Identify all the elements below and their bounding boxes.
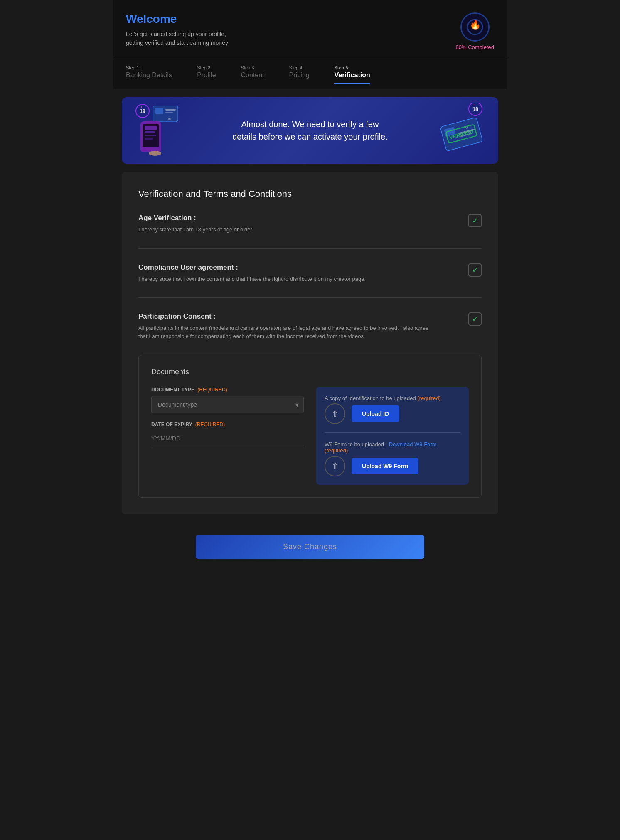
date-required: (required) (195, 422, 225, 427)
upload-id-row: ⇧ Upload ID (325, 403, 460, 424)
compliance-checkbox[interactable]: ✓ (468, 263, 482, 277)
doc-left-column: DOCUMENT TYPE (required) Document type P… (151, 387, 304, 485)
banner-right-illustration: 18 + ID VERIFIED (436, 103, 490, 158)
svg-rect-14 (145, 135, 156, 136)
upload-w9-arrow-icon: ⇧ (332, 461, 339, 471)
step-2-name: Profile (197, 71, 216, 79)
step-1-label: Step 1: (126, 65, 172, 70)
documents-section: Documents DOCUMENT TYPE (required) Docum… (138, 355, 482, 498)
participation-checkbox[interactable]: ✓ (468, 312, 482, 326)
step-verification[interactable]: Step 5: Verification (334, 65, 370, 89)
flame-icon: 🔥 (467, 19, 483, 35)
welcome-section: Welcome Let's get started setting up you… (126, 12, 228, 47)
download-w9-link[interactable]: Download W9 Form (389, 441, 437, 447)
divider-1 (138, 248, 482, 249)
step-1-name: Banking Details (126, 71, 172, 79)
banner-left-illustration: 18 + ID (132, 103, 182, 158)
step-5-name: Verification (334, 71, 370, 84)
compliance-item: Compliance User agreement : I hereby sta… (138, 263, 482, 283)
step-3-name: Content (241, 71, 264, 79)
upload-id-icon: ⇧ (325, 403, 345, 424)
step-3-label: Step 3: (241, 65, 264, 70)
svg-rect-12 (145, 126, 157, 130)
doc-right-column: A copy of Identification to be uploaded … (316, 387, 469, 485)
svg-text:🔥: 🔥 (469, 19, 481, 30)
svg-text:+: + (473, 103, 475, 107)
save-changes-button[interactable]: Save Changes (196, 535, 424, 559)
step-profile[interactable]: Step 2: Profile (197, 65, 216, 89)
main-content: Verification and Terms and Conditions Ag… (122, 172, 498, 514)
step-banking[interactable]: Step 1: Banking Details (126, 65, 172, 89)
steps-nav: Step 1: Banking Details Step 2: Profile … (113, 59, 507, 89)
step-4-name: Pricing (289, 71, 310, 79)
svg-rect-13 (145, 131, 155, 133)
svg-rect-6 (155, 108, 163, 114)
svg-rect-8 (165, 112, 173, 113)
divider-2 (138, 297, 482, 298)
age-verification-checkmark: ✓ (472, 216, 478, 225)
upload-w9-button[interactable]: Upload W9 Form (352, 458, 418, 474)
doc-type-select-wrapper: Document type Passport Driver's License … (151, 396, 304, 413)
participation-desc: All participants in the content (models … (138, 324, 429, 340)
verification-banner: 18 + ID Almost done. We need to verify a… (122, 97, 498, 164)
step-4-label: Step 4: (289, 65, 310, 70)
upload-w9-icon: ⇧ (325, 456, 345, 476)
age-verification-desc: I hereby state that I am 18 years of age… (138, 226, 429, 234)
participation-checkmark: ✓ (472, 314, 478, 324)
doc-type-select[interactable]: Document type Passport Driver's License … (151, 396, 304, 413)
participation-header: Participation Consent : All participants… (138, 312, 482, 340)
step-content[interactable]: Step 3: Content (241, 65, 264, 89)
svg-text:18: 18 (140, 108, 145, 114)
upload-w9-required: (required) (325, 447, 348, 454)
section-title: Verification and Terms and Conditions (138, 189, 482, 199)
step-2-label: Step 2: (197, 65, 216, 70)
participation-content: Participation Consent : All participants… (138, 312, 468, 340)
upload-w9-section: W9 Form to be uploaded - Download W9 For… (325, 441, 460, 476)
upload-w9-row: ⇧ Upload W9 Form (325, 456, 460, 476)
upload-id-button[interactable]: Upload ID (352, 405, 399, 422)
upload-id-desc: A copy of Identification to be uploaded … (325, 395, 460, 401)
date-expiry-field: DATE OF EXPIRY (required) (151, 422, 304, 446)
doc-type-required: (required) (197, 387, 227, 393)
header: Welcome Let's get started setting up you… (113, 0, 507, 59)
date-expiry-input[interactable] (151, 431, 304, 446)
svg-rect-7 (165, 109, 176, 111)
progress-container: 🔥 80% Completed (456, 12, 495, 50)
banner-text: Almost done. We need to verify a fewdeta… (232, 118, 388, 143)
age-verification-item: Age Verification : I hereby state that I… (138, 214, 482, 234)
upload-w9-desc: W9 Form to be uploaded - Download W9 For… (325, 441, 460, 454)
welcome-subtitle: Let's get started setting up your profil… (126, 30, 228, 47)
age-verification-title: Age Verification : (138, 214, 468, 222)
date-expiry-label: DATE OF EXPIRY (required) (151, 422, 304, 427)
doc-type-field: DOCUMENT TYPE (required) Document type P… (151, 387, 304, 413)
svg-text:18: 18 (472, 106, 478, 112)
compliance-title: Compliance User agreement : (138, 263, 468, 272)
svg-text:+: + (140, 105, 143, 109)
upload-id-arrow-icon: ⇧ (332, 409, 339, 419)
svg-rect-15 (145, 138, 153, 140)
upload-divider (325, 432, 460, 433)
svg-point-16 (149, 151, 161, 156)
participation-item: Participation Consent : All participants… (138, 312, 482, 340)
compliance-header: Compliance User agreement : I hereby sta… (138, 263, 482, 283)
age-verification-content: Age Verification : I hereby state that I… (138, 214, 468, 234)
compliance-content: Compliance User agreement : I hereby sta… (138, 263, 468, 283)
compliance-checkmark: ✓ (472, 265, 478, 275)
documents-grid: DOCUMENT TYPE (required) Document type P… (151, 387, 469, 485)
participation-title: Participation Consent : (138, 312, 468, 321)
welcome-title: Welcome (126, 12, 228, 26)
documents-title: Documents (151, 368, 469, 376)
upload-id-section: A copy of Identification to be uploaded … (325, 395, 460, 424)
progress-circle: 🔥 (460, 12, 490, 42)
age-verification-checkbox[interactable]: ✓ (468, 214, 482, 227)
doc-type-label: DOCUMENT TYPE (required) (151, 387, 304, 393)
compliance-desc: I hereby state that I own the content an… (138, 275, 429, 283)
upload-id-required: (required) (417, 395, 440, 401)
progress-text: 80% Completed (456, 44, 495, 50)
save-section: Save Changes (113, 523, 507, 571)
age-verification-header: Age Verification : I hereby state that I… (138, 214, 482, 234)
svg-text:ID: ID (168, 117, 171, 121)
step-5-label: Step 5: (334, 65, 370, 70)
upload-area: A copy of Identification to be uploaded … (316, 387, 469, 485)
step-pricing[interactable]: Step 4: Pricing (289, 65, 310, 89)
